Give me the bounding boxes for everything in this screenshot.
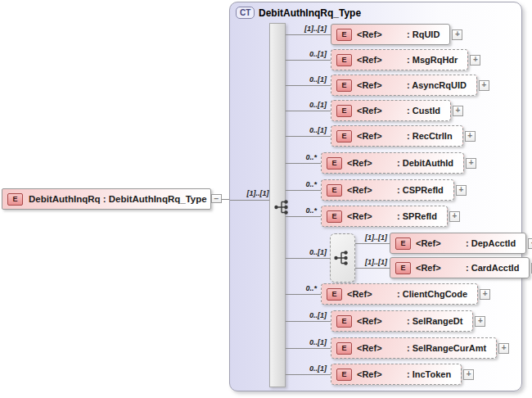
element-ref: <Ref> — [416, 238, 461, 248]
xsd-diagram: E DebitAuthInqRq : DebitAuthInqRq_Type −… — [0, 0, 532, 398]
expand-icon[interactable]: + — [498, 343, 509, 354]
element-badge-icon: E — [336, 79, 352, 92]
connector-line — [286, 190, 321, 191]
cardinality-label: 0..[1] — [284, 50, 327, 58]
element-badge-icon: E — [336, 29, 352, 41]
element-msgrqhdr[interactable]: E <Ref> : MsgRqHdr — [331, 49, 468, 70]
expand-icon[interactable]: + — [479, 80, 489, 91]
element-ref: <Ref> — [357, 55, 402, 65]
element-badge-icon: E — [327, 157, 342, 170]
cardinality-label: 0..* — [274, 284, 317, 292]
element-name: : RecCtrlIn — [407, 131, 453, 141]
element-ref: <Ref> — [357, 369, 402, 379]
element-inctoken[interactable]: E <Ref> : IncToken — [331, 364, 462, 385]
element-badge-icon: E — [395, 237, 411, 250]
expand-icon[interactable]: + — [475, 316, 485, 327]
element-ref: <Ref> — [347, 185, 392, 195]
element-ref: <Ref> — [416, 263, 461, 273]
expand-icon[interactable]: + — [466, 158, 476, 169]
element-badge-icon: E — [395, 262, 411, 274]
element-badge-icon: E — [336, 105, 352, 117]
element-name: : CustId — [407, 106, 440, 115]
expand-icon[interactable]: + — [456, 185, 467, 196]
cardinality-label: 0..[1] — [284, 126, 327, 134]
element-selrangedt[interactable]: E <Ref> : SelRangeDt — [331, 310, 473, 332]
element-ref: <Ref> — [357, 131, 402, 141]
element-name: : ClientChgCode — [397, 289, 467, 299]
element-name: : MsgRqHdr — [407, 55, 458, 65]
element-ref: <Ref> — [347, 211, 392, 221]
element-ref: <Ref> — [357, 316, 402, 326]
expand-icon[interactable]: + — [453, 106, 463, 116]
connector-line — [286, 111, 331, 111]
element-name: : DepAcctId — [466, 238, 516, 248]
cardinality-label: 0..[1] — [284, 248, 327, 256]
connector-line — [355, 243, 390, 244]
element-depacctid[interactable]: E <Ref> : DepAcctId — [390, 233, 526, 254]
collapse-icon[interactable]: − — [211, 194, 222, 203]
element-sprefid[interactable]: E <Ref> : SPRefId — [321, 206, 448, 227]
complex-type-title: DebitAuthInqRq_Type — [259, 7, 361, 19]
element-name: : AsyncRqUID — [407, 80, 467, 90]
expand-icon[interactable]: + — [465, 131, 476, 142]
cardinality-label: 0..* — [274, 180, 317, 188]
connector-line — [286, 258, 330, 259]
element-name: : SelRangeCurAmt — [407, 343, 486, 353]
cardinality-label: [1]..[1] — [345, 233, 387, 242]
cardinality-label: [1]..[1] — [345, 258, 387, 266]
element-ref: <Ref> — [357, 80, 402, 90]
connector-line — [286, 136, 331, 137]
expand-icon[interactable]: + — [480, 289, 490, 300]
element-cardacctid[interactable]: E <Ref> : CardAcctId — [390, 257, 530, 278]
complex-type-container: CT DebitAuthInqRq_Type [1]..[1] [1]..[1]… — [229, 2, 522, 391]
element-badge-icon: E — [336, 315, 352, 328]
element-badge-icon: E — [7, 193, 23, 206]
element-name: : DebitAuthId — [397, 158, 453, 168]
connector-line — [286, 348, 331, 349]
element-clientchgcode[interactable]: E <Ref> : ClientChgCode — [321, 283, 478, 305]
root-element-debitauthinqrq[interactable]: E DebitAuthInqRq : DebitAuthInqRq_Type — [2, 188, 211, 210]
element-asyncrquid[interactable]: E <Ref> : AsyncRqUID — [331, 75, 477, 96]
cardinality-label: 0..[1] — [284, 75, 327, 84]
cardinality-label: 0..[1] — [284, 338, 327, 346]
connector-line — [286, 163, 321, 164]
element-ref: <Ref> — [347, 158, 392, 168]
expand-icon[interactable]: + — [449, 211, 460, 222]
expand-icon[interactable]: + — [470, 55, 480, 66]
cardinality-label: [1]..[1] — [284, 25, 327, 33]
element-rquid[interactable]: E <Ref> : RqUID — [331, 24, 450, 45]
connector-line — [286, 374, 331, 375]
element-debitauthid[interactable]: E <Ref> : DebitAuthId — [321, 152, 464, 174]
element-recctrlin[interactable]: E <Ref> : RecCtrlIn — [331, 125, 463, 147]
element-badge-icon: E — [336, 130, 352, 142]
cardinality-label: 0..[1] — [284, 101, 327, 109]
element-ref: <Ref> — [357, 29, 402, 39]
element-ref: <Ref> — [357, 106, 402, 115]
element-name: : CSPRefId — [397, 185, 444, 195]
element-ref: <Ref> — [357, 343, 402, 353]
element-badge-icon: E — [327, 210, 342, 223]
element-badge-icon: E — [336, 54, 352, 66]
connector-line — [286, 85, 331, 86]
expand-icon[interactable]: + — [528, 238, 532, 249]
connector-line — [230, 200, 269, 201]
complex-type-badge: CT — [236, 7, 255, 19]
element-name: : CardAcctId — [466, 263, 519, 273]
element-custid[interactable]: E <Ref> : CustId — [331, 100, 451, 121]
element-badge-icon: E — [327, 288, 342, 301]
connector-line — [222, 199, 229, 200]
element-badge-icon: E — [336, 369, 352, 381]
element-name: : IncToken — [407, 369, 451, 379]
connector-line — [286, 60, 331, 61]
element-selrangecuramt[interactable]: E <Ref> : SelRangeCurAmt — [331, 337, 497, 359]
connector-line — [286, 294, 321, 295]
element-cspresfid[interactable]: E <Ref> : CSPRefId — [321, 179, 454, 201]
element-name: : RqUID — [407, 29, 440, 39]
connector-line — [286, 34, 331, 35]
expand-icon[interactable]: + — [463, 369, 474, 380]
element-name: : SPRefId — [397, 211, 437, 221]
expand-icon[interactable]: + — [452, 29, 462, 40]
connector-line — [355, 268, 390, 269]
element-badge-icon: E — [327, 184, 342, 197]
element-badge-icon: E — [336, 342, 352, 355]
